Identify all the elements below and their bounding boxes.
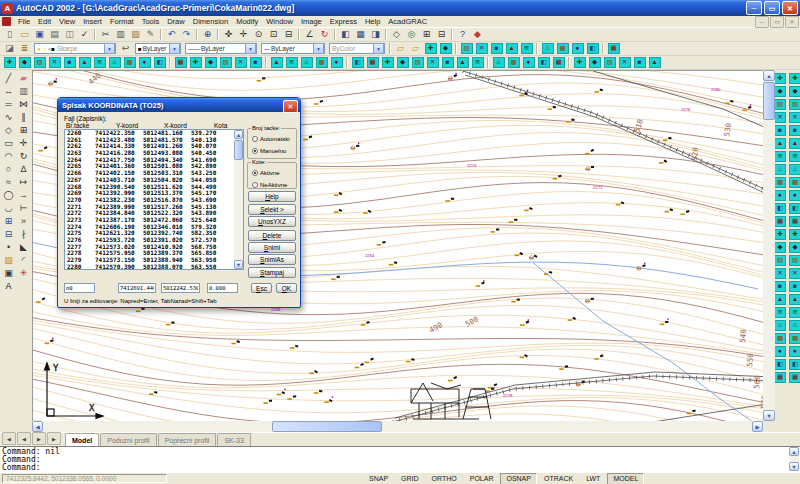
menu-dimension[interactable]: Dimension <box>189 17 232 26</box>
grac-rd2-tool-7-button[interactable]: ≋ <box>788 150 800 163</box>
grac-r3-tool-36-button[interactable]: ▦ <box>551 56 566 69</box>
tab-model[interactable]: Model <box>65 433 99 446</box>
menu-modify[interactable]: Modify <box>232 17 262 26</box>
menu-express[interactable]: Express <box>326 17 361 26</box>
hatch-button[interactable]: ▨ <box>1 254 16 267</box>
grac-rd2-tool-6-button[interactable]: ▲ <box>788 137 800 150</box>
grac-rd2-tool-10-button[interactable]: ● <box>788 189 800 202</box>
grac-save-list-button[interactable]: ▱ <box>408 42 423 55</box>
ellipse-button[interactable]: ◯ <box>1 189 16 202</box>
grac-r3-tool-30-button[interactable]: ▲ <box>455 56 470 69</box>
scroll-right-icon[interactable]: ▶ <box>752 421 763 432</box>
grac-rd2-tool-5-button[interactable]: ■ <box>788 124 800 137</box>
copy-object-button[interactable]: ▥ <box>16 85 31 98</box>
menu-tools[interactable]: Tools <box>138 17 164 26</box>
zoom-in-button[interactable]: ⊞ <box>419 28 434 41</box>
grac-r3-tool-19-button[interactable]: ≋ <box>284 56 299 69</box>
copy-button[interactable]: ▥ <box>113 28 128 41</box>
grac-r3-tool-15-button[interactable]: ▨ <box>218 56 233 69</box>
rectangle-button[interactable]: ▭ <box>1 137 16 150</box>
grac-r2-tool-2-button[interactable]: ◆ <box>438 42 453 55</box>
stretch-button[interactable]: ↦ <box>16 176 31 189</box>
grac-r3-tool-25-button[interactable]: ✚ <box>380 56 395 69</box>
menu-view[interactable]: View <box>55 17 79 26</box>
grac-open-list-button[interactable]: ▱ <box>393 42 408 55</box>
line-button[interactable]: ╱ <box>1 72 16 85</box>
trim-button[interactable]: ⊢ <box>16 202 31 215</box>
grac-r3-tool-7-button[interactable]: ≋ <box>92 56 107 69</box>
menu-draw[interactable]: Draw <box>163 17 189 26</box>
kote-neaktivne-radio[interactable]: NeAktivne <box>252 182 287 188</box>
grac-r2-tool-6-button[interactable]: ▲ <box>504 42 519 55</box>
linetype-combo[interactable]: —— ByLayer ▼ <box>185 43 257 54</box>
grac-r3-tool-1-button[interactable]: ✚ <box>2 56 17 69</box>
list-scrollbar[interactable]: ▲ ▼ <box>234 130 243 269</box>
toggle-grid[interactable]: GRID <box>395 473 425 484</box>
grac-rd2-tool-9-button[interactable]: ▩ <box>788 176 800 189</box>
designcenter-button[interactable]: ▦ <box>353 28 368 41</box>
grac-rd2-tool-4-button[interactable]: ✕ <box>788 111 800 124</box>
broj-tacke-manuelno-radio[interactable]: Manuelno <box>252 148 286 154</box>
grac-r2-tool-5-button[interactable]: ■ <box>489 42 504 55</box>
grac-r3-tool-38-button[interactable]: ◆ <box>587 56 602 69</box>
command-scrollbar[interactable]: ▲ ▼ <box>789 447 799 471</box>
menu-insert[interactable]: Insert <box>79 17 106 26</box>
menu-help[interactable]: Help <box>361 17 384 26</box>
snap-tracking-button[interactable]: ✜ <box>221 28 236 41</box>
grac-rd2-tool-21-button[interactable]: ▩ <box>788 332 800 345</box>
grac-r3-tool-3-button[interactable]: ▨ <box>32 56 47 69</box>
grac-rd2-tool-20-button[interactable]: ⌂ <box>788 319 800 332</box>
grac-r3-tool-26-button[interactable]: ◆ <box>395 56 410 69</box>
spline-button[interactable]: ≈ <box>1 176 16 189</box>
fillet-button[interactable]: ◜ <box>16 254 31 267</box>
print-preview-button[interactable]: ◫ <box>62 28 77 41</box>
y-coord-input[interactable] <box>118 283 156 293</box>
grac-rd2-tool-22-button[interactable]: ● <box>788 345 800 358</box>
mirror-button[interactable]: ⋈ <box>16 98 31 111</box>
zoom-out-button[interactable]: ⊟ <box>434 28 449 41</box>
grac-rd2-tool-15-button[interactable]: ▨ <box>788 254 800 267</box>
construction-line-button[interactable]: ↔ <box>1 85 16 98</box>
list-scroll-thumb[interactable] <box>234 140 243 160</box>
toggle-osnap[interactable]: OSNAP <box>500 473 537 484</box>
grac-r3-tool-29-button[interactable]: ■ <box>440 56 455 69</box>
selekt-button[interactable]: Selekt > <box>248 204 296 215</box>
kote-aktivne-radio[interactable]: Aktivne <box>252 170 280 176</box>
chevron-down-icon[interactable]: ▼ <box>313 43 324 54</box>
chamfer-button[interactable]: ◣ <box>16 241 31 254</box>
region-button[interactable]: ▣ <box>1 267 16 280</box>
extend-button[interactable]: » <box>16 215 31 228</box>
insert-hyperlink-button[interactable]: ⊕ <box>200 28 215 41</box>
grac-r2-tool-8-button[interactable]: ⌂ <box>540 42 555 55</box>
grac-r3-tool-20-button[interactable]: ⌂ <box>299 56 314 69</box>
tab-next-icon[interactable]: ▶ <box>32 432 46 445</box>
named-views-button[interactable]: ◇ <box>389 28 404 41</box>
dbconnect-button[interactable]: ◨ <box>368 28 383 41</box>
toggle-otrack[interactable]: OTRACK <box>538 473 579 484</box>
coordinate-list[interactable]: 22607412422.3505012481.160539.2702261741… <box>64 129 244 270</box>
layer-previous-button[interactable]: ↩ <box>118 42 133 55</box>
redo-button[interactable]: ↷ <box>179 28 194 41</box>
vertical-scrollbar[interactable]: ▲ ▼ <box>763 70 775 421</box>
grac-rd2-tool-14-button[interactable]: ◆ <box>788 241 800 254</box>
grac-r2-tool-3-button[interactable]: ▨ <box>459 42 474 55</box>
grac-r3-tool-35-button[interactable]: ◧ <box>536 56 551 69</box>
grac-r3-tool-28-button[interactable]: ✕ <box>425 56 440 69</box>
make-object-layer-current-button[interactable]: ◪ <box>2 42 17 55</box>
erase-button[interactable]: ▰ <box>16 72 31 85</box>
spelling-button[interactable]: ✓ <box>77 28 92 41</box>
unosyxz-button[interactable]: UnosYXZ <box>248 216 296 227</box>
point-button[interactable]: • <box>1 241 16 254</box>
scroll-up-icon[interactable]: ▲ <box>763 70 775 81</box>
zoom-window-button[interactable]: ⊡ <box>266 28 281 41</box>
chevron-down-icon[interactable]: ▼ <box>104 43 115 54</box>
toggle-snap[interactable]: SNAP <box>363 473 394 484</box>
grac-rd2-tool-17-button[interactable]: ■ <box>788 280 800 293</box>
command-window[interactable]: Command: nilCommand:Command: <box>0 446 800 472</box>
grac-r3-tool-11-button[interactable]: ◧ <box>152 56 167 69</box>
grac-r3-tool-21-button[interactable]: ▩ <box>314 56 329 69</box>
dialog-title-bar[interactable]: Spisak KOORDINATA (TO25) <box>58 98 300 112</box>
undo-button[interactable]: ↶ <box>164 28 179 41</box>
grac-r3-tool-41-button[interactable]: ■ <box>632 56 647 69</box>
make-block-button[interactable]: ⊟ <box>1 228 16 241</box>
